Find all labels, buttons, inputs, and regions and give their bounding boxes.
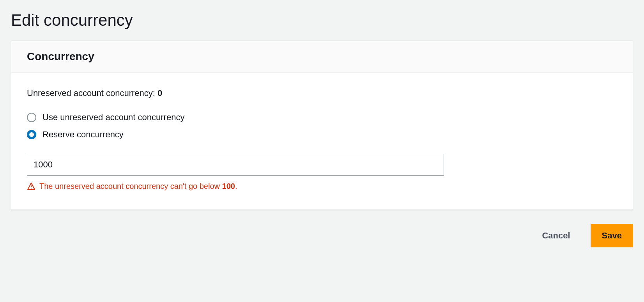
panel-header: Concurrency xyxy=(11,41,633,73)
panel-body: Unreserved account concurrency: 0 Use un… xyxy=(11,73,633,210)
warning-triangle-icon xyxy=(27,182,35,191)
radio-group: Use unreserved account concurrency Reser… xyxy=(27,112,617,140)
page-title: Edit concurrency xyxy=(11,11,633,30)
radio-icon-selected xyxy=(27,130,36,139)
panel-heading: Concurrency xyxy=(27,50,617,63)
cancel-button[interactable]: Cancel xyxy=(531,224,581,247)
error-message: The unreserved account concurrency can't… xyxy=(27,182,617,191)
radio-reserve-concurrency[interactable]: Reserve concurrency xyxy=(27,130,617,140)
reserved-concurrency-input[interactable] xyxy=(27,154,444,176)
unreserved-label: Unreserved account concurrency: xyxy=(27,88,157,98)
unreserved-line: Unreserved account concurrency: 0 xyxy=(27,88,617,98)
radio-label-use-unreserved: Use unreserved account concurrency xyxy=(42,112,184,123)
error-prefix: The unreserved account concurrency can't… xyxy=(39,182,222,190)
error-suffix: . xyxy=(235,182,237,190)
action-bar: Cancel Save xyxy=(11,224,633,247)
concurrency-panel: Concurrency Unreserved account concurren… xyxy=(11,41,633,210)
radio-label-reserve: Reserve concurrency xyxy=(42,130,124,140)
radio-use-unreserved[interactable]: Use unreserved account concurrency xyxy=(27,112,617,123)
error-limit: 100 xyxy=(222,182,235,190)
svg-point-1 xyxy=(31,188,32,188)
radio-icon xyxy=(27,113,36,122)
save-button[interactable]: Save xyxy=(591,224,633,247)
unreserved-value: 0 xyxy=(157,88,162,98)
